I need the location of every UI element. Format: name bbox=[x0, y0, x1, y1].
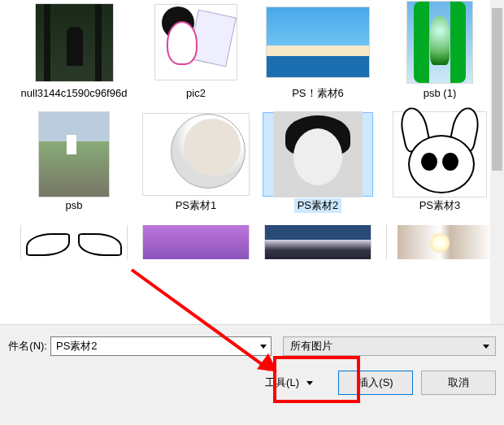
file-type-filter[interactable]: 所有图片 bbox=[283, 336, 496, 356]
dialog-bottom-panel: 件名(N): 所有图片 工具(L) 插入(S) 取消 bbox=[0, 324, 504, 425]
cancel-button-label: 取消 bbox=[448, 375, 469, 390]
file-item[interactable]: null3144c1590c96f96d bbox=[13, 0, 135, 101]
file-item[interactable] bbox=[13, 224, 135, 260]
thumbnail bbox=[141, 224, 251, 260]
triangle-down-icon bbox=[306, 381, 313, 385]
vertical-scrollbar[interactable] bbox=[490, 0, 504, 325]
file-item[interactable]: pic2 bbox=[135, 0, 257, 101]
file-open-dialog: null3144c1590c96f96d pic2 PS！素材6 psb (1)… bbox=[0, 0, 504, 425]
file-type-filter-label: 所有图片 bbox=[290, 339, 332, 353]
thumbnail bbox=[19, 0, 129, 85]
file-label: PS！素材6 bbox=[289, 86, 347, 101]
insert-button-label: 插入(S) bbox=[358, 375, 393, 390]
thumbnail bbox=[385, 224, 495, 260]
filename-label: 件名(N): bbox=[0, 339, 50, 353]
thumbnail bbox=[141, 0, 251, 85]
tools-menu[interactable]: 工具(L) bbox=[265, 375, 315, 390]
scrollbar-thumb[interactable] bbox=[492, 8, 502, 171]
file-item[interactable]: psb bbox=[13, 112, 135, 213]
thumbnail bbox=[19, 112, 129, 197]
file-list-area[interactable]: null3144c1590c96f96d pic2 PS！素材6 psb (1)… bbox=[13, 0, 504, 325]
file-item[interactable] bbox=[257, 224, 379, 260]
file-item-selected[interactable]: PS素材2 bbox=[257, 112, 379, 213]
thumbnail bbox=[263, 0, 373, 85]
thumbnail bbox=[385, 0, 495, 85]
thumbnail bbox=[19, 224, 129, 260]
file-item[interactable]: PS素材3 bbox=[379, 112, 501, 213]
thumbnail bbox=[263, 112, 373, 197]
file-item[interactable]: PS素材1 bbox=[135, 112, 257, 213]
filename-input[interactable] bbox=[50, 336, 272, 356]
file-item[interactable]: PS！素材6 bbox=[257, 0, 379, 101]
thumbnail bbox=[141, 112, 251, 197]
file-item[interactable]: psb (1) bbox=[379, 0, 501, 101]
file-label: PS素材1 bbox=[172, 198, 220, 213]
file-label: pic2 bbox=[183, 86, 209, 101]
file-item[interactable] bbox=[135, 224, 257, 260]
cancel-button[interactable]: 取消 bbox=[421, 371, 496, 395]
file-item[interactable] bbox=[379, 224, 501, 260]
filter-dropdown-button[interactable] bbox=[480, 336, 493, 356]
file-label: PS素材3 bbox=[416, 198, 464, 213]
insert-button[interactable]: 插入(S) bbox=[338, 371, 413, 395]
tools-label: 工具(L) bbox=[265, 375, 299, 390]
file-label: psb (1) bbox=[420, 86, 459, 101]
filename-dropdown-button[interactable] bbox=[256, 337, 271, 355]
thumbnail bbox=[385, 112, 495, 197]
thumbnail bbox=[263, 224, 373, 260]
file-label: null3144c1590c96f96d bbox=[18, 86, 131, 101]
file-label: psb bbox=[63, 198, 86, 213]
chevron-down-icon bbox=[483, 345, 489, 349]
tools-dropdown-button[interactable] bbox=[304, 381, 315, 385]
file-label: PS素材2 bbox=[294, 198, 342, 213]
chevron-down-icon bbox=[260, 345, 267, 349]
